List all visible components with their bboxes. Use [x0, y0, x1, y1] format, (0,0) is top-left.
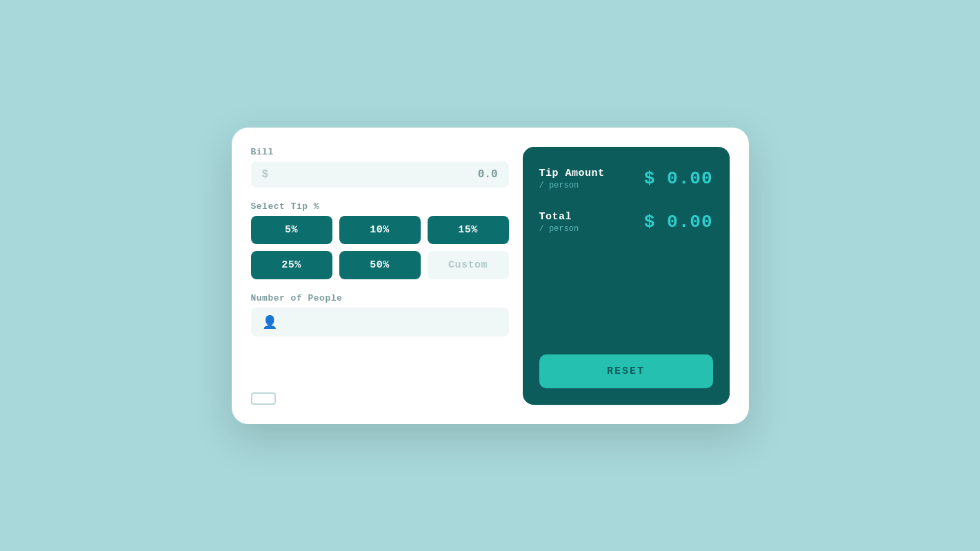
logo-mark: [251, 392, 509, 405]
tip-custom-button[interactable]: Custom: [428, 251, 509, 279]
tip-50-button[interactable]: 50%: [339, 251, 421, 279]
bill-section: Bill $: [251, 147, 509, 188]
tip-amount-row: Tip Amount / person $ 0.00: [539, 168, 713, 190]
bill-currency-symbol: $: [262, 168, 269, 181]
select-tip-label: Select Tip %: [251, 201, 509, 212]
tip-15-button[interactable]: 15%: [428, 216, 509, 244]
bill-input-wrapper: $: [251, 161, 509, 188]
left-panel: Bill $ Select Tip % 5% 10% 15% 25% 50% C…: [251, 147, 509, 405]
total-label-block: Total / person: [539, 211, 579, 234]
logo-rect: [251, 392, 276, 405]
tip-5-button[interactable]: 5%: [251, 216, 332, 244]
tip-amount-sub: / person: [539, 181, 605, 190]
people-input-wrapper: 👤: [251, 308, 509, 337]
reset-button[interactable]: RESET: [539, 354, 713, 388]
calculator-card: Bill $ Select Tip % 5% 10% 15% 25% 50% C…: [232, 128, 749, 424]
tip-amount-title: Tip Amount: [539, 168, 605, 179]
total-sub: / person: [539, 224, 579, 234]
tip-amount-value: $ 0.00: [644, 168, 713, 189]
people-input[interactable]: [283, 316, 498, 328]
person-icon: 👤: [262, 314, 277, 330]
total-row: Total / person $ 0.00: [539, 211, 713, 234]
tip-buttons-grid: 5% 10% 15% 25% 50% Custom: [251, 216, 509, 279]
total-value: $ 0.00: [644, 212, 713, 232]
result-section: Tip Amount / person $ 0.00 Total / perso…: [539, 168, 713, 234]
people-section: Number of People 👤: [251, 293, 509, 337]
bill-label: Bill: [251, 147, 509, 157]
total-title: Total: [539, 211, 579, 223]
bill-input[interactable]: [274, 168, 497, 181]
right-panel: Tip Amount / person $ 0.00 Total / perso…: [523, 147, 730, 405]
tip-amount-label-block: Tip Amount / person: [539, 168, 605, 190]
tip-25-button[interactable]: 25%: [251, 251, 332, 279]
tip-section: Select Tip % 5% 10% 15% 25% 50% Custom: [251, 201, 509, 279]
tip-10-button[interactable]: 10%: [339, 216, 421, 244]
people-label: Number of People: [251, 293, 509, 303]
